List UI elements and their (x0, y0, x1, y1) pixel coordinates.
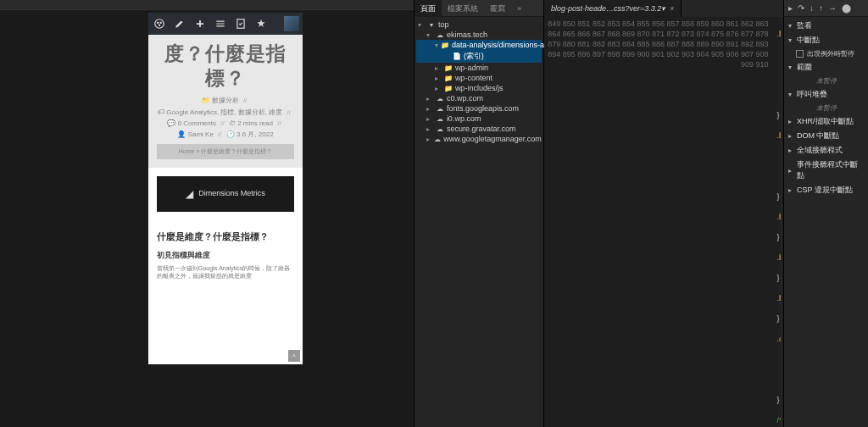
step-out-icon[interactable]: ↑ (819, 3, 823, 13)
tree-row[interactable]: ▸☁fonts.googleapis.com (416, 103, 542, 114)
svg-point-2 (160, 22, 161, 23)
tree-row[interactable]: ▸☁www.googletagmanager.com (416, 134, 542, 144)
meta-author-date: 👤 Sami Ke // 🕐 3 6 月, 2022 (157, 130, 294, 139)
hero: 度？什麼是指標？ 📁 數據分析 // 🏷 Google Analytics, 指… (148, 35, 303, 168)
content-h2: 什麼是維度？什麼是指標？ (157, 230, 294, 243)
sources-tab[interactable]: 覆寫 (484, 0, 511, 17)
tree-row[interactable]: 📄(索引) (416, 50, 542, 63)
breadcrumb: Home » 什麼是維度？什麼是指標？ (157, 144, 294, 159)
svg-point-0 (155, 19, 164, 29)
devtools: 頁面檔案系統覆寫» ▾▾top▾☁ekimas.tech▾📁data-analy… (414, 0, 868, 427)
meta-tags: 🏷 Google Analytics, 指標, 數據分析, 維度 // (157, 108, 294, 117)
menu-icon[interactable] (213, 16, 228, 31)
svg-point-3 (159, 25, 159, 25)
debugger-section-header[interactable]: ▸DOM 中斷點 (784, 129, 868, 143)
star-icon[interactable] (253, 16, 269, 31)
debugger-controls: ▸ ↷ ↓ ↑ → ⬤ (784, 0, 868, 17)
deactivate-breakpoints-icon[interactable]: ⬤ (842, 3, 851, 13)
close-icon[interactable]: × (670, 0, 674, 17)
code-tabbar: blog-post-heade…css?ver=3.3.2▾ × (544, 0, 783, 17)
meta-category: 📁 數據分析 // (157, 96, 294, 105)
tree-row[interactable]: ▾📁data-analysis/dimensions-and-metrics (416, 40, 542, 50)
code-tab[interactable]: blog-post-heade…css?ver=3.3.2▾ × (544, 0, 682, 17)
step-over-icon[interactable]: ↷ (798, 3, 804, 13)
sources-panel: 頁面檔案系統覆寫» ▾▾top▾☁ekimas.tech▾📁data-analy… (414, 0, 544, 427)
ruler (0, 0, 414, 10)
debugger-section-header[interactable]: ▸CSP 違規中斷點 (784, 183, 868, 197)
avatar[interactable] (284, 16, 299, 31)
code-body[interactable]: .blog-post-breadcrumbs .site-breadcrumbs… (774, 17, 781, 427)
check-doc-icon[interactable] (233, 16, 248, 31)
tree-row[interactable]: ▸☁secure.gravatar.com (416, 124, 542, 134)
debugger-section-header[interactable]: ▸事件接聽程式中斷點 (784, 158, 868, 183)
meta-comments-read: 💬 0 Comments // ⏱ 2 mins read // (157, 119, 294, 127)
editor-scrollbar[interactable] (781, 17, 783, 427)
tree-row[interactable]: ▸📁wp-admin (416, 63, 542, 73)
scroll-top-button[interactable]: ^ (288, 350, 300, 362)
debugger-section-header[interactable]: ▾監看 (784, 19, 868, 33)
page: 度？什麼是指標？ 📁 數據分析 // 🏷 Google Analytics, 指… (148, 35, 303, 364)
sources-tab[interactable]: 檔案系統 (442, 0, 484, 17)
palette-icon[interactable] (152, 16, 167, 31)
resume-icon[interactable]: ▸ (788, 3, 793, 13)
debugger-section-header[interactable]: ▾呼叫堆疊 (784, 87, 868, 102)
brush-icon[interactable] (172, 16, 187, 31)
tree-row[interactable]: ▾▾top (416, 19, 542, 30)
tree-row[interactable]: ▸📁wp-content (416, 73, 542, 83)
svg-point-1 (158, 22, 159, 23)
sources-tab[interactable]: 頁面 (415, 0, 442, 17)
gutter: 849 850 851 852 853 854 855 856 857 858 … (544, 17, 774, 427)
tree-row[interactable]: ▸☁c0.wp.com (416, 93, 542, 103)
metrics-icon: ◢ (186, 188, 193, 200)
preview-viewport: 度？什麼是指標？ 📁 數據分析 // 🏷 Google Analytics, 指… (148, 13, 303, 364)
debugger-empty-msg: 未暫停 (784, 102, 868, 114)
tree-row[interactable]: ▾☁ekimas.tech (416, 30, 542, 40)
page-title: 度？什麼是指標？ (157, 42, 294, 91)
editor[interactable]: 849 850 851 852 853 854 855 856 857 858 … (544, 17, 783, 427)
debugger-item[interactable]: 出現例外時暫停 (784, 47, 868, 60)
debugger-sections: ▾監看▾中斷點出現例外時暫停▾範圍未暫停▾呼叫堆疊未暫停▸XHR/擷取中斷點▸D… (784, 17, 868, 199)
content: 什麼是維度？什麼是指標？ 初見指標與維度 當我第一次碰到Google Analy… (148, 220, 303, 286)
debugger-section-header[interactable]: ▸全域接聽程式 (784, 143, 868, 158)
preview-pane: 度？什麼是指標？ 📁 數據分析 // 🏷 Google Analytics, 指… (0, 0, 414, 427)
step-into-icon[interactable]: ↓ (810, 3, 814, 13)
tree-row[interactable]: ▸📁wp-includes/js (416, 83, 542, 93)
customizer-toolbar (148, 13, 303, 35)
sources-tabbar: 頁面檔案系統覆寫» (415, 0, 543, 17)
step-icon[interactable]: → (828, 3, 837, 13)
featured-image: ◢ Dimensions Metrics (157, 176, 294, 212)
more-tabs-icon[interactable]: » (511, 0, 527, 17)
debugger-section-header[interactable]: ▾中斷點 (784, 33, 868, 47)
tree-row[interactable]: ▸☁i0.wp.com (416, 114, 542, 124)
file-tree: ▾▾top▾☁ekimas.tech▾📁data-analysis/dimens… (415, 17, 543, 147)
debugger-empty-msg: 未暫停 (784, 75, 868, 87)
content-para: 當我第一次碰到Google Analytics的時候，除了維器的報表之外，最讓我… (157, 264, 294, 281)
debugger-section-header[interactable]: ▸XHR/擷取中斷點 (784, 114, 868, 129)
debugger-panel: ▸ ↷ ↓ ↑ → ⬤ ▾監看▾中斷點出現例外時暫停▾範圍未暫停▾呼叫堆疊未暫停… (783, 0, 868, 427)
debugger-section-header[interactable]: ▾範圍 (784, 60, 868, 75)
plus-icon[interactable] (192, 16, 208, 31)
content-h3: 初見指標與維度 (157, 250, 294, 261)
code-panel: blog-post-heade…css?ver=3.3.2▾ × 849 850… (544, 0, 783, 427)
